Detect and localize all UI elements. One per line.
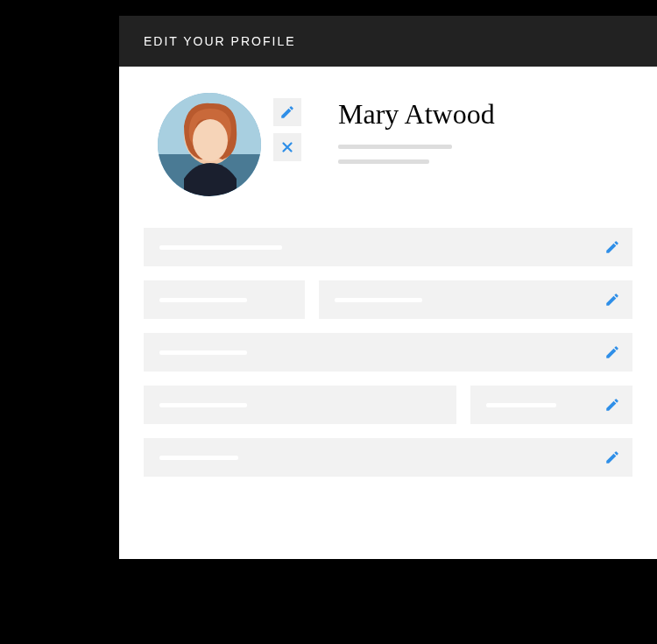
profile-field[interactable] [144,333,632,372]
profile-field[interactable] [319,280,632,319]
subtitle-placeholder-2 [338,159,429,164]
close-icon [279,139,295,155]
field-placeholder [159,245,282,250]
edit-field-button[interactable] [604,397,620,413]
svg-point-4 [193,119,228,161]
pencil-icon [604,292,620,308]
display-name: Mary Atwood [338,98,495,131]
profile-field[interactable] [144,386,456,424]
profile-field[interactable] [144,438,632,477]
avatar-image [158,93,261,196]
field-row-2 [144,280,632,319]
edit-profile-modal: EDIT YOUR PROFILE [119,16,657,559]
pencil-icon [604,449,620,465]
field-placeholder [159,456,238,460]
pencil-icon [279,104,295,120]
remove-avatar-button[interactable] [273,133,301,161]
modal-header: EDIT YOUR PROFILE [119,16,657,67]
subtitle-placeholder-1 [338,145,452,149]
avatar[interactable] [158,93,261,196]
edit-field-button[interactable] [604,292,620,308]
profile-fields [144,228,632,477]
field-placeholder [159,403,247,407]
profile-field[interactable] [470,386,632,424]
field-placeholder [486,403,556,407]
modal-body: Mary Atwood [119,67,657,494]
pencil-icon [604,344,620,360]
field-placeholder [159,350,247,355]
field-row-4 [144,386,632,424]
field-row-5 [144,438,632,477]
name-block: Mary Atwood [314,93,495,196]
field-placeholder [335,298,422,302]
pencil-icon [604,397,620,413]
edit-field-button[interactable] [604,239,620,255]
field-row-1 [144,228,632,266]
field-row-3 [144,333,632,372]
avatar-actions [273,93,301,196]
edit-field-button[interactable] [604,344,620,360]
profile-section: Mary Atwood [158,93,632,196]
profile-field[interactable] [144,280,305,319]
profile-field[interactable] [144,228,632,266]
edit-field-button[interactable] [604,449,620,465]
field-placeholder [159,298,247,302]
edit-avatar-button[interactable] [273,98,301,126]
modal-title: EDIT YOUR PROFILE [144,34,296,48]
pencil-icon [604,239,620,255]
